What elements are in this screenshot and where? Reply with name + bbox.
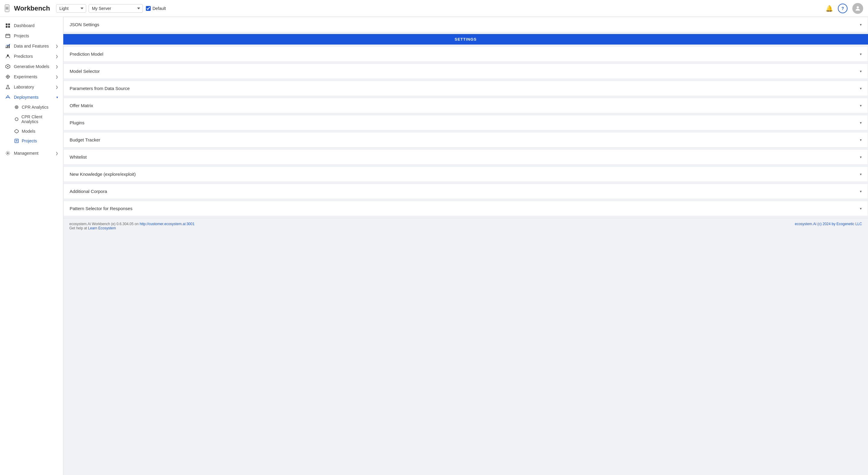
sidebar-item-dashboard[interactable]: Dashboard	[0, 21, 63, 31]
svg-point-0	[857, 6, 859, 8]
additional-corpora-chevron: ▾	[860, 189, 862, 194]
new-knowledge-header[interactable]: New Knowledge (explore/exploit) ▾	[64, 167, 868, 181]
cpr-client-analytics-icon	[14, 117, 19, 121]
server-select[interactable]: My Server	[89, 4, 143, 13]
sidebar-sub-item-cpr-analytics[interactable]: CPR Analytics	[0, 102, 63, 112]
sidebar-item-management[interactable]: Management ❯	[0, 148, 63, 158]
plugins-label: Plugins	[70, 120, 84, 125]
sidebar-projects-label: Projects	[14, 33, 29, 38]
model-selector-chevron: ▾	[860, 69, 862, 73]
additional-corpora-header[interactable]: Additional Corpora ▾	[64, 184, 868, 199]
default-checkbox[interactable]	[146, 6, 151, 11]
management-chevron: ❯	[56, 151, 58, 155]
sidebar-cpr-client-analytics-label: CPR Client Analytics	[22, 114, 58, 124]
footer-version-text: ecosystem.Ai Workbench (e) 0.6.304.05 on	[69, 222, 140, 226]
data-features-chevron: ❯	[56, 44, 58, 48]
budget-tracker-chevron: ▾	[860, 138, 862, 142]
experiments-chevron: ❯	[56, 75, 58, 79]
laboratory-icon	[5, 84, 11, 90]
predictors-chevron: ❯	[56, 55, 58, 58]
sidebar-item-generative-models[interactable]: Generative Models ❯	[0, 61, 63, 72]
whitelist-chevron: ▾	[860, 155, 862, 159]
svg-rect-1	[6, 24, 7, 25]
accordion-container: JSON Settings ▾ SETTINGS Prediction Mode…	[63, 17, 868, 216]
content-area: JSON Settings ▾ SETTINGS Prediction Mode…	[63, 17, 868, 216]
footer-help-text: Get help at	[69, 226, 88, 230]
svg-rect-7	[7, 45, 8, 48]
main-content: JSON Settings ▾ SETTINGS Prediction Mode…	[63, 17, 868, 475]
sidebar-item-projects[interactable]: Projects	[0, 31, 63, 41]
svg-rect-3	[6, 26, 7, 28]
menu-button[interactable]: ≡	[5, 4, 9, 12]
theme-select[interactable]: Light Dark	[56, 4, 86, 13]
deployments-chevron: ▾	[56, 95, 58, 99]
sidebar-laboratory-label: Laboratory	[14, 84, 34, 90]
accordion-item-offer-matrix: Offer Matrix ▾	[63, 98, 868, 113]
app-title: Workbench	[14, 4, 50, 12]
pattern-selector-chevron: ▾	[860, 206, 862, 211]
prediction-model-header[interactable]: Prediction Model ▾	[64, 47, 868, 61]
management-icon	[5, 151, 11, 156]
budget-tracker-header[interactable]: Budget Tracker ▾	[64, 132, 868, 147]
sidebar-models-label: Models	[22, 129, 35, 134]
model-selector-label: Model Selector	[70, 69, 100, 74]
sidebar-experiments-label: Experiments	[14, 74, 37, 79]
accordion-item-parameters: Parameters from Data Source ▾	[63, 81, 868, 96]
default-checkbox-wrapper: Default	[146, 6, 166, 11]
sidebar-projects-sub-label: Projects	[22, 138, 37, 143]
sidebar-item-predictors[interactable]: Predictors ❯	[0, 51, 63, 61]
svg-rect-24	[15, 139, 19, 143]
parameters-header[interactable]: Parameters from Data Source ▾	[64, 81, 868, 96]
offer-matrix-header[interactable]: Offer Matrix ▾	[64, 98, 868, 113]
notification-bell-button[interactable]: 🔔	[826, 5, 833, 12]
sidebar-data-features-label: Data and Features	[14, 44, 49, 48]
avatar[interactable]	[852, 3, 863, 14]
sidebar-item-laboratory[interactable]: Laboratory ❯	[0, 82, 63, 92]
plugins-chevron: ▾	[860, 121, 862, 125]
svg-marker-23	[15, 129, 19, 133]
sidebar-sub-item-cpr-client-analytics[interactable]: CPR Client Analytics	[0, 112, 63, 127]
svg-rect-6	[6, 47, 7, 48]
svg-rect-2	[8, 24, 10, 25]
experiments-icon	[5, 74, 11, 79]
pattern-selector-header[interactable]: Pattern Selector for Responses ▾	[64, 201, 868, 216]
generative-models-icon	[5, 64, 11, 69]
svg-point-22	[15, 118, 18, 121]
new-knowledge-label: New Knowledge (explore/exploit)	[70, 172, 135, 177]
data-features-icon	[5, 44, 11, 48]
accordion-item-pattern-selector: Pattern Selector for Responses ▾	[63, 201, 868, 216]
sidebar-item-data-features[interactable]: Data and Features ❯	[0, 41, 63, 51]
footer-ecosystem-link[interactable]: ecosystem.Ai (c) 2024	[795, 222, 831, 226]
accordion-item-additional-corpora: Additional Corpora ▾	[63, 183, 868, 199]
whitelist-header[interactable]: Whitelist ▾	[64, 149, 868, 164]
sidebar-item-deployments[interactable]: Deployments ▾	[0, 92, 63, 102]
footer-url-link[interactable]: http://customer.ecosystem.ai:3001	[140, 222, 194, 226]
sidebar-predictors-label: Predictors	[14, 54, 33, 59]
sidebar-sub-item-projects[interactable]: Projects	[0, 136, 63, 146]
help-button[interactable]: ?	[838, 4, 847, 13]
model-selector-header[interactable]: Model Selector ▾	[64, 64, 868, 78]
plugins-header[interactable]: Plugins ▾	[64, 115, 868, 130]
footer-learn-link[interactable]: Learn Ecosystem	[88, 226, 116, 230]
sidebar-dashboard-label: Dashboard	[14, 23, 35, 28]
sidebar: Dashboard Projects Data a	[0, 17, 63, 475]
app-header: ≡ Workbench Light Dark My Server Default…	[0, 0, 868, 17]
whitelist-label: Whitelist	[70, 155, 87, 160]
svg-point-27	[7, 152, 8, 154]
json-settings-chevron: ▾	[860, 23, 862, 27]
laboratory-chevron: ❯	[56, 85, 58, 89]
parameters-chevron: ▾	[860, 87, 862, 91]
json-settings-header[interactable]: JSON Settings ▾	[64, 17, 868, 32]
accordion-item-whitelist: Whitelist ▾	[63, 149, 868, 165]
svg-point-20	[15, 106, 18, 109]
projects-icon	[5, 33, 11, 38]
sidebar-deployments-label: Deployments	[14, 95, 38, 100]
dashboard-icon	[5, 23, 11, 28]
predictors-icon	[5, 54, 11, 59]
additional-corpora-label: Additional Corpora	[70, 189, 107, 194]
sidebar-item-experiments[interactable]: Experiments ❯	[0, 72, 63, 82]
sidebar-sub-item-models[interactable]: Models	[0, 127, 63, 136]
accordion-item-new-knowledge: New Knowledge (explore/exploit) ▾	[63, 166, 868, 182]
cpr-analytics-icon	[14, 105, 19, 109]
app-layout: Dashboard Projects Data a	[0, 17, 868, 475]
